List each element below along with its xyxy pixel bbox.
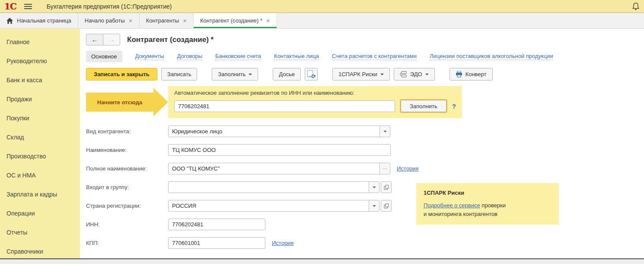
fill-menu-button[interactable]: Заполнить (212, 68, 258, 80)
form-row-group: Входит в группу: (86, 181, 644, 193)
home-icon (6, 18, 13, 24)
back-arrow-icon: ← (92, 36, 98, 43)
kpp-label: КПП: (86, 240, 168, 246)
group-dropdown-button[interactable] (369, 181, 379, 193)
tab-label: Контрагенты (146, 17, 179, 24)
form-row-fullname: Полное наименование: ... История (86, 163, 644, 174)
forward-button[interactable]: → (103, 34, 120, 45)
printer-icon (456, 71, 462, 77)
fullname-input[interactable] (168, 163, 380, 174)
envelope-print-button[interactable]: Конверт (450, 68, 493, 80)
nav-link-settlement-accounts[interactable]: Счета расчетов с контрагентами (332, 53, 417, 60)
load-data-button[interactable]: → ⟳ (305, 68, 318, 80)
hamburger-menu-icon[interactable] (24, 4, 32, 9)
group-open-button[interactable] (381, 181, 392, 193)
tab-counterparty-create[interactable]: Контрагент (создание) * × (194, 13, 277, 28)
spark-text-1: проверки (480, 202, 506, 209)
sidebar-item-zarplata[interactable]: Зарплата и кадры (0, 185, 80, 204)
fullname-history-link[interactable]: История (397, 165, 418, 172)
sidebar: Главное Руководителю Банк и касса Продаж… (0, 29, 80, 264)
sidebar-item-glavnoe[interactable]: Главное (0, 32, 80, 52)
autofill-hint-area: Начните отсюда Автоматическое заполнение… (86, 86, 644, 118)
nav-link-dokumenty[interactable]: Документы (135, 53, 164, 60)
tab-counterparties[interactable]: Контрагенты × (140, 13, 194, 28)
nav-tab-osnovnoe[interactable]: Основное (86, 51, 122, 62)
spark-text-2: и мониторинга контрагентов (424, 210, 552, 219)
bottom-divider (0, 258, 644, 264)
country-dropdown-button[interactable] (369, 200, 379, 212)
dropdown-arrow-icon (383, 131, 387, 132)
document-refresh-icon: → ⟳ (307, 70, 315, 78)
dropdown-arrow-icon (380, 74, 384, 75)
tab-getting-started[interactable]: Начало работы × (78, 13, 140, 28)
kind-combo-input[interactable] (168, 126, 380, 137)
edo-menu-button[interactable]: ЭДО (394, 68, 435, 80)
nav-link-contacts[interactable]: Контактные лица (274, 53, 319, 60)
tab-label: Начальная страница (17, 17, 71, 24)
dossier-button[interactable]: Досье (273, 68, 301, 80)
sidebar-item-proizvodstvo[interactable]: Производство (0, 147, 80, 166)
back-button[interactable]: ← (86, 34, 103, 45)
spark-risks-info-box: 1СПАРК Риски Подробнее о сервисе проверк… (416, 183, 559, 225)
close-tab-icon[interactable]: × (129, 17, 133, 24)
app-title: Бухгалтерия предприятия (1С:Предприятие) (47, 3, 172, 10)
save-and-close-button[interactable]: Записать и закрыть (86, 68, 157, 80)
edo-documents-icon (400, 71, 407, 77)
dropdown-arrow-icon (373, 187, 376, 188)
country-open-button[interactable] (381, 200, 392, 212)
sidebar-item-pokupki[interactable]: Покупки (0, 109, 80, 128)
sidebar-item-os-nma[interactable]: ОС и НМА (0, 166, 80, 185)
kpp-history-link[interactable]: История (272, 240, 293, 246)
nav-link-alcohol-licenses[interactable]: Лицензии поставщиков алкогольной продукц… (430, 53, 553, 60)
fullname-label: Полное наименование: (86, 165, 168, 172)
sidebar-item-bank-kassa[interactable]: Банк и касса (0, 71, 80, 90)
group-input[interactable] (168, 181, 369, 193)
section-nav: Основное Документы Договоры Банковские с… (86, 51, 644, 62)
autofill-label: Автоматическое заполнение реквизитов по … (174, 90, 456, 96)
form-row-country: Страна регистрации: (86, 200, 644, 212)
spark-box-title: 1СПАРК Риски (424, 189, 552, 197)
sidebar-item-operacii[interactable]: Операции (0, 204, 80, 223)
start-here-arrow: Начните отсюда (86, 93, 153, 112)
tab-home[interactable]: Начальная страница (0, 13, 78, 28)
name-input[interactable] (168, 144, 391, 156)
titlebar: 1С Бухгалтерия предприятия (1С:Предприят… (0, 0, 644, 13)
close-tab-icon[interactable]: × (183, 17, 187, 24)
1c-logo-icon: 1С (4, 2, 16, 11)
sidebar-item-prodazhi[interactable]: Продажи (0, 90, 80, 109)
ellipsis-icon: ... (382, 165, 387, 170)
kind-label: Вид контрагента: (86, 128, 168, 135)
tab-bar: Начальная страница Начало работы × Контр… (0, 13, 644, 29)
dropdown-arrow-icon (249, 74, 252, 75)
nav-link-bank-accounts[interactable]: Банковские счета (215, 53, 261, 60)
fullname-more-button[interactable]: ... (379, 163, 390, 174)
spark-risks-menu-button[interactable]: 1СПАРК Риски (332, 68, 390, 80)
country-label: Страна регистрации: (86, 203, 168, 209)
sidebar-item-sklad[interactable]: Склад (0, 128, 80, 147)
open-icon (384, 185, 389, 190)
nav-link-dogovory[interactable]: Договоры (177, 53, 202, 60)
inn-autofill-input[interactable] (174, 100, 395, 112)
form-row-inn: ИНН: (86, 219, 644, 230)
form-row-name: Наименование: (86, 144, 644, 156)
kpp-input[interactable] (168, 237, 265, 249)
tab-label: Начало работы (85, 17, 125, 24)
save-button[interactable]: Записать (161, 68, 198, 80)
close-tab-icon[interactable]: × (266, 17, 270, 24)
spark-details-link[interactable]: Подробнее о сервисе (424, 202, 480, 209)
main-content: ← → Контрагент (создание) * Основное Док… (80, 29, 644, 264)
inn-input[interactable] (168, 219, 265, 230)
autofill-fill-button[interactable]: Заполнить (401, 100, 446, 112)
forward-arrow-icon: → (108, 36, 115, 43)
notifications-bell-icon[interactable] (632, 2, 640, 11)
dropdown-arrow-icon (373, 205, 376, 207)
dropdown-arrow-icon (425, 74, 429, 75)
name-label: Наименование: (86, 147, 168, 153)
toolbar: Записать и закрыть Записать Заполнить До… (86, 68, 644, 80)
sidebar-item-rukovoditelyu[interactable]: Руководителю (0, 52, 80, 71)
help-icon[interactable]: ? (452, 103, 456, 110)
kind-dropdown-button[interactable] (379, 126, 390, 137)
sidebar-item-otchety[interactable]: Отчеты (0, 223, 80, 242)
country-input[interactable] (168, 200, 369, 212)
counterparty-form: Вид контрагента: Наименование: Полное на… (86, 126, 644, 249)
